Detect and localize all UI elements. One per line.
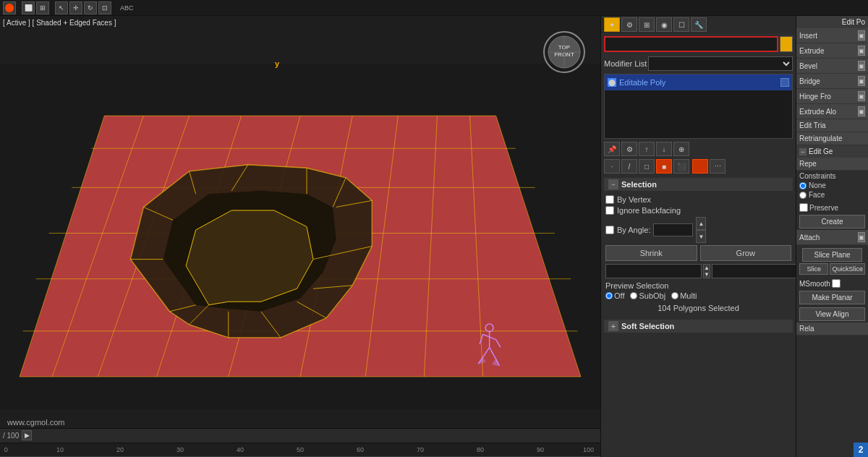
soft-sel-expand-btn[interactable]: +	[608, 321, 618, 331]
angle-spin-down[interactable]: ▼	[696, 230, 706, 243]
by-angle-checkbox[interactable]	[605, 226, 614, 234]
top-toolbar: ⬜ ⊞ ↖ ✛ ↻ ⊡ ABC	[0, 0, 868, 16]
constraint-none-radio[interactable]: None	[799, 181, 865, 189]
slice-plane-btn[interactable]: Slice Plane	[802, 248, 862, 262]
bevel-settings-icon[interactable]: ▣	[858, 61, 865, 71]
msmooth-checkbox[interactable]	[832, 279, 841, 288]
slice-section: Slice Plane Slice QuickSlice	[796, 245, 868, 278]
extrude-settings-icon[interactable]: ▣	[858, 46, 865, 56]
constraints-label: Constraints	[799, 172, 865, 180]
select-icon[interactable]: ↖	[55, 1, 68, 14]
preview-subobj-radio[interactable]: SubObj	[630, 291, 665, 300]
preserve-row: Preserve	[796, 202, 868, 213]
hinge-from-btn[interactable]: Hinge Fro ▣	[796, 89, 868, 104]
ring-spin[interactable]: ▲▼	[703, 264, 710, 278]
slice-btn[interactable]: Slice	[799, 263, 828, 275]
attach-btn[interactable]: Attach ▣	[796, 230, 868, 245]
polygon-icon[interactable]: ■	[656, 159, 672, 174]
modifier-item-label: Editable Poly	[619, 78, 665, 87]
edit-geom-collapse-btn[interactable]: −	[799, 148, 807, 155]
motion-icon[interactable]: ◉	[656, 17, 672, 32]
watermark: www.cgmol.com	[7, 418, 64, 427]
by-angle-label: By Angle:	[617, 226, 650, 234]
move-to-stack-btn[interactable]: ↑	[639, 142, 655, 156]
insert-settings-icon[interactable]: ▣	[858, 30, 865, 40]
create-icon[interactable]: ✦	[604, 17, 620, 32]
display-icon[interactable]: ☐	[673, 17, 689, 32]
modifier-item-icon: ⬤	[608, 78, 616, 87]
preserve-checkbox[interactable]	[799, 203, 808, 212]
extrude-along-btn[interactable]: Extrude Alo ▣	[796, 104, 868, 119]
selection-header[interactable]: − Selection	[604, 178, 793, 191]
selection-content: By Vertex Ignore Backfacing By Angle: 45…	[601, 192, 796, 317]
object-name-input[interactable]: Object001	[604, 36, 778, 52]
constraint-face-radio[interactable]: Face	[799, 191, 865, 199]
timeline-num-40: 40	[237, 446, 244, 453]
attach-settings-icon[interactable]: ▣	[858, 232, 865, 242]
extrude-btn[interactable]: Extrude ▣	[796, 43, 868, 59]
timeline-numbers: 0 10 20 30 40 50 60 70 80 90 100	[0, 443, 600, 457]
object-color-swatch[interactable]	[780, 36, 793, 52]
modifier-visibility-toggle[interactable]	[780, 78, 789, 87]
scale-icon[interactable]: ⊡	[98, 1, 111, 14]
timeline-num-70: 70	[417, 446, 424, 453]
relax-btn[interactable]: Rela	[796, 323, 868, 336]
insert-btn[interactable]: Insert ▣	[796, 28, 868, 43]
ring-loop-row: Ring ▲▼ Loop ▲▼	[605, 264, 791, 278]
extrude-along-settings-icon[interactable]: ▣	[858, 106, 865, 116]
utility-icon[interactable]: 🔧	[691, 17, 707, 32]
selection-header-label: Selection	[621, 180, 657, 189]
by-vertex-checkbox[interactable]	[605, 195, 614, 204]
hinge-settings-icon[interactable]: ▣	[858, 91, 865, 101]
shrink-btn[interactable]: Shrink	[605, 245, 697, 261]
make-planar-btn[interactable]: Make Planar	[799, 291, 865, 304]
by-angle-value[interactable]: 45.0	[653, 223, 693, 236]
dotted-icon[interactable]: ⋯	[710, 159, 726, 174]
preview-multi-radio[interactable]: Multi	[671, 291, 697, 300]
timeline-arrow[interactable]: ▶	[22, 430, 32, 440]
rotate-icon[interactable]: ↻	[84, 1, 97, 14]
edit-geom-header: − Edit Ge	[796, 145, 868, 158]
bevel-btn[interactable]: Bevel ▣	[796, 59, 868, 74]
pin-stack-btn[interactable]: 📌	[604, 142, 620, 156]
timeline-num-80: 80	[477, 446, 484, 453]
selection-collapse-btn[interactable]: −	[608, 179, 618, 189]
bridge-settings-icon[interactable]: ▣	[858, 76, 865, 86]
bridge-btn[interactable]: Bridge ▣	[796, 74, 868, 89]
quick-slice-btn[interactable]: QuickSlice	[830, 263, 865, 275]
preview-selection-row: Preview Selection Off SubObj Multi	[605, 281, 791, 300]
hierarchy-icon[interactable]: ⊞	[639, 17, 655, 32]
border-icon[interactable]: □	[639, 159, 655, 174]
app-icon[interactable]	[3, 1, 16, 14]
modify-icon[interactable]: ⚙	[621, 17, 637, 32]
modifier-list-dropdown[interactable]	[648, 56, 793, 71]
timeline-num-0: 0	[4, 446, 8, 453]
toolbar-btn-2[interactable]: ⊞	[36, 1, 49, 14]
grow-btn[interactable]: Grow	[700, 245, 792, 261]
repeat-btn[interactable]: Repe	[796, 158, 868, 171]
loop-input[interactable]: Loop	[712, 264, 808, 278]
view-align-btn[interactable]: View Align	[799, 307, 865, 321]
edge-icon[interactable]: /	[621, 159, 637, 174]
soft-selection-header[interactable]: + Soft Selection	[604, 320, 793, 333]
configure-modifiers-btn[interactable]: ⚙	[621, 142, 637, 156]
ignore-backfacing-checkbox[interactable]	[605, 206, 614, 215]
retriangulate-btn[interactable]: Retriangulate	[796, 132, 868, 145]
timeline-num-90: 90	[537, 446, 544, 453]
vertex-icon[interactable]: ·	[604, 159, 620, 174]
move-icon[interactable]: ✛	[69, 1, 82, 14]
preview-off-radio[interactable]: Off	[605, 291, 624, 300]
selection-panel: − Selection By Vertex Ignore Backfacing …	[601, 175, 796, 318]
edit-triangulation-btn[interactable]: Edit Tria	[796, 119, 868, 132]
angle-spin-up[interactable]: ▲	[696, 217, 706, 230]
edit-poly-header: Edit Po	[796, 16, 868, 28]
create-btn[interactable]: Create	[799, 215, 865, 228]
modifier-item-editable-poly[interactable]: ⬤ Editable Poly	[605, 74, 792, 90]
move-down-stack-btn[interactable]: ↓	[656, 142, 672, 156]
show-all-btn[interactable]: ⊕	[673, 142, 689, 156]
preserve-label: Preserve	[809, 204, 838, 212]
ring-input[interactable]: Ring	[605, 264, 702, 278]
viewport-area[interactable]: [ Active ] [ Shaded + Edged Faces ] y TO…	[0, 16, 600, 457]
toolbar-btn-1[interactable]: ⬜	[22, 1, 35, 14]
element-icon[interactable]: ⬛	[673, 159, 689, 174]
